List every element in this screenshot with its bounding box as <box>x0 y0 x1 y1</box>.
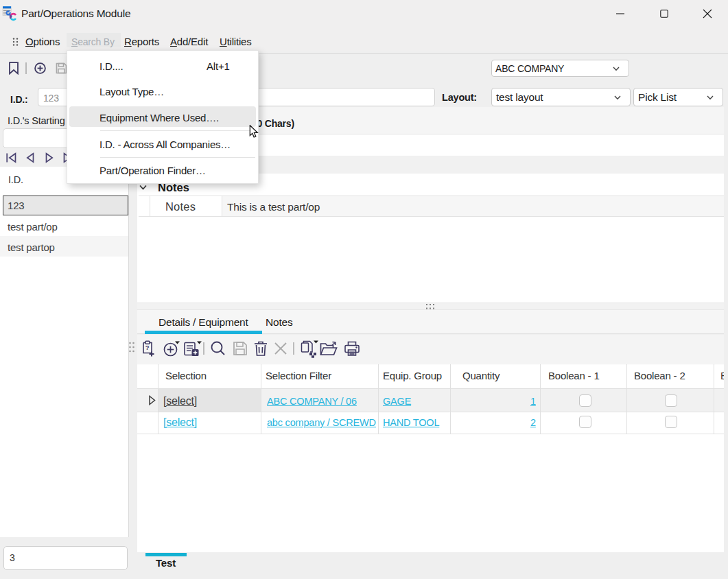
svg-text:?: ? <box>145 344 150 351</box>
